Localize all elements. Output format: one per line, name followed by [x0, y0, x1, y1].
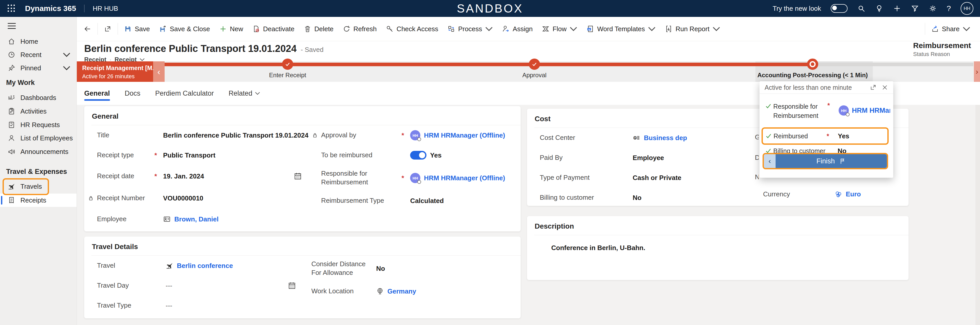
field-employee[interactable]: Employee Brown, Daniel	[84, 209, 308, 229]
deactivate-button[interactable]: Deactivate	[248, 21, 299, 37]
command-divider	[925, 23, 925, 35]
cost-center-link[interactable]: Business dep	[644, 134, 687, 142]
delete-button[interactable]: Delete	[299, 21, 338, 37]
flow-button[interactable]: Flow	[537, 21, 582, 37]
command-label: New	[230, 25, 243, 33]
finish-button[interactable]: Finish	[776, 154, 887, 168]
field-receipt-type[interactable]: Receipt type * Public Transport	[84, 145, 308, 165]
field-travel-type[interactable]: Travel Type ---	[84, 296, 302, 315]
field-currency[interactable]: Currency $ Euro	[763, 190, 861, 199]
chevron-down-icon[interactable]	[140, 58, 145, 61]
sidebar-item-hr-requests[interactable]: HR Requests	[0, 118, 76, 131]
field-label: Travel	[97, 261, 157, 270]
globe-icon	[376, 287, 384, 295]
section-header: General	[84, 106, 520, 125]
sidebar-item-label: Receipts	[21, 196, 46, 204]
save-and-close-button[interactable]: Save & Close	[154, 21, 215, 37]
bpf-collapse-chevron[interactable]: ‹	[153, 61, 165, 82]
field-reimbursement-type[interactable]: Reimbursement Type Calculated	[308, 191, 520, 211]
lightbulb-icon[interactable]	[875, 4, 883, 13]
tab-perdiem-calculator[interactable]: Perdiem Calculator	[155, 82, 214, 105]
stage-enter-receipt-check[interactable]	[282, 59, 293, 70]
new-button[interactable]: New	[215, 21, 248, 37]
stage-label-active[interactable]: Accounting Post-Processing (< 1 Min)	[757, 72, 868, 79]
user-avatar[interactable]: HH	[961, 2, 974, 15]
sidebar-item-activities[interactable]: Activities	[0, 104, 76, 118]
responsible-link[interactable]: HRM HRManager (Offline)	[424, 174, 505, 182]
field-type-of-payment[interactable]: Type of Payment Cash or Private	[527, 168, 746, 188]
calendar-icon[interactable]	[288, 281, 296, 290]
share-group: Share	[923, 21, 975, 37]
bpf-process-pill[interactable]: Receipt Management [M... Active for 26 m…	[76, 61, 153, 82]
field-work-location[interactable]: Work Location Germany	[302, 281, 520, 301]
sidebar-item-list-of-employees[interactable]: List of Employees	[0, 131, 76, 145]
run-report-button[interactable]: Run Report	[660, 21, 725, 37]
stage-label[interactable]: Enter Receipt	[269, 72, 306, 79]
status-reason-selector[interactable]: Reimbursement	[913, 41, 980, 50]
approval-by-link[interactable]: HRM HRManager (Offline)	[424, 131, 505, 139]
work-location-link[interactable]: Germany	[387, 287, 416, 295]
close-icon[interactable]	[881, 84, 888, 91]
field-to-be-reimbursed[interactable]: To be reimbursed Yes	[308, 145, 520, 165]
tab-label: Docs	[125, 90, 141, 98]
bpf-next-chevron[interactable]: ›	[974, 61, 980, 82]
description-text[interactable]: Conference in Berlin, U-Bahn.	[527, 235, 908, 252]
waffle-icon[interactable]	[8, 5, 15, 12]
process-button[interactable]: Process	[443, 21, 497, 37]
save-button[interactable]: Save	[119, 21, 154, 37]
sidebar-item-announcements[interactable]: Announcements	[0, 145, 76, 158]
pin-flyout-icon[interactable]	[870, 84, 877, 91]
new-look-toggle[interactable]	[831, 4, 848, 13]
back-button[interactable]	[79, 21, 96, 37]
employee-link[interactable]: Brown, Daniel	[174, 215, 218, 223]
tab-docs[interactable]: Docs	[125, 82, 141, 105]
lock-icon	[88, 195, 94, 201]
field-cost-center[interactable]: Cost Center $ Business dep	[527, 128, 746, 148]
gear-icon[interactable]	[929, 4, 937, 13]
field-approval-by[interactable]: Approval by * HH HRM HRManager (Offline)	[308, 125, 520, 145]
hamburger-menu-icon[interactable]	[8, 23, 16, 29]
search-icon[interactable]	[857, 4, 865, 13]
field-responsible-for-reimbursement[interactable]: Responsible for Reimbursement * HH HRM H…	[308, 165, 520, 191]
check-icon	[765, 133, 772, 139]
flyout-field-responsible[interactable]: Responsible for Reimbursement * HH HRM H…	[765, 102, 890, 120]
check-access-button[interactable]: Check Access	[381, 21, 443, 37]
responsible-link[interactable]: HRM HRManag	[852, 107, 890, 115]
to-be-reimbursed-toggle[interactable]	[410, 151, 426, 160]
field-receipt-date[interactable]: Receipt date * 19. Jan. 2024	[84, 165, 308, 187]
plus-icon[interactable]	[893, 4, 901, 13]
field-paid-by[interactable]: Paid By Employee	[527, 148, 746, 168]
share-button[interactable]: Share	[927, 21, 975, 37]
previous-stage-button[interactable]: ‹	[764, 154, 776, 168]
stage-approval-check[interactable]	[529, 59, 540, 70]
sidebar-item-travels[interactable]: Travels	[0, 180, 76, 193]
vertical-scrollbar[interactable]	[975, 105, 980, 325]
tab-general[interactable]: General	[84, 82, 110, 105]
sidebar-item-dashboards[interactable]: Dashboards	[0, 91, 76, 104]
field-travel-day[interactable]: Travel Day ---	[84, 275, 302, 296]
word-templates-button[interactable]: W Word Templates	[582, 21, 660, 37]
field-travel[interactable]: Travel Berlin conference	[84, 256, 302, 275]
open-in-new-window-button[interactable]	[99, 21, 116, 37]
field-title[interactable]: Title Berlin conference Public Transport…	[84, 125, 308, 145]
help-icon[interactable]: ?	[947, 4, 951, 13]
reimbursed-highlight-box[interactable]: Reimbursed * Yes	[762, 127, 889, 145]
sidebar-item-receipts[interactable]: Receipts	[0, 194, 76, 207]
travel-link[interactable]: Berlin conference	[177, 262, 233, 270]
stage-label[interactable]: Approval	[522, 72, 547, 79]
field-label: To be reimbursed	[321, 151, 401, 160]
stage-accounting-active-marker[interactable]	[807, 59, 818, 70]
sidebar-group-title: My Work	[6, 79, 35, 87]
sidebar-item-pinned[interactable]: Pinned	[0, 61, 76, 75]
currency-link[interactable]: Euro	[846, 190, 861, 198]
field-receipt-number[interactable]: Receipt Number VOU0000010	[84, 187, 308, 209]
field-billing-to-customer[interactable]: Billing to customer No	[527, 188, 746, 208]
refresh-button[interactable]: Refresh	[338, 21, 381, 37]
sidebar-item-home[interactable]: Home	[0, 35, 76, 48]
sidebar-item-recent[interactable]: Recent	[0, 48, 76, 61]
filter-icon[interactable]	[911, 4, 919, 13]
tab-related[interactable]: Related	[229, 82, 260, 105]
assign-button[interactable]: Assign	[497, 21, 537, 37]
field-consider-distance[interactable]: Consider Distance For Allowance No	[302, 256, 520, 281]
calendar-icon[interactable]	[293, 172, 302, 181]
